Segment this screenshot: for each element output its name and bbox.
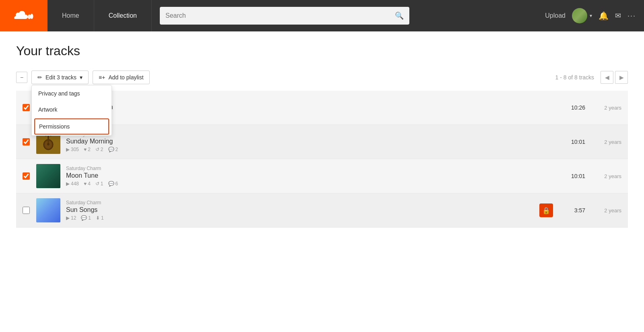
logo[interactable] (0, 0, 47, 31)
search-box: 🔍 (160, 7, 409, 25)
toolbar: − ✏ Edit 3 tracks ▾ ≡+ Add to playlist 1… (16, 71, 628, 84)
track-stat: ↺1 (95, 181, 103, 187)
svg-point-1 (31, 14, 33, 19)
track-stat: ♥4 (84, 181, 91, 187)
track-count: 1 - 8 of 8 tracks (555, 74, 594, 81)
collapse-button[interactable]: − (16, 72, 27, 83)
nav-collection[interactable]: Collection (94, 0, 152, 31)
upload-button[interactable]: Upload (545, 12, 566, 19)
prev-page-button[interactable]: ◀ (601, 71, 613, 84)
edit-tracks-button[interactable]: ✏ Edit 3 tracks ▾ (31, 71, 89, 84)
dropdown-item-permissions[interactable]: Permissions (34, 118, 109, 135)
track-checkbox[interactable] (23, 207, 30, 214)
track-artist: Saturday Charm (66, 166, 565, 171)
track-stat: ♥2 (84, 147, 91, 152)
track-title[interactable]: Sun Songs (66, 206, 539, 214)
edit-dropdown: Privacy and tags Artwork Permissions (31, 85, 112, 136)
nav-home[interactable]: Home (47, 0, 94, 31)
edit-tracks-label: Edit 3 tracks (45, 74, 76, 81)
track-info: Saturday Charm Moon Tune ▶448♥4↺1💬6 (66, 166, 565, 187)
soundcloud-icon (14, 10, 33, 21)
track-duration: 3:57 (565, 207, 585, 214)
svg-rect-4 (47, 135, 49, 143)
track-artist: Saturday Charm (66, 131, 565, 137)
bell-icon[interactable]: 🔔 (599, 11, 609, 21)
add-playlist-label: Add to playlist (108, 74, 143, 81)
search-input[interactable] (165, 12, 395, 19)
track-title[interactable]: Saturday Charm (66, 104, 565, 111)
avatar-area[interactable]: ▾ (572, 8, 592, 23)
header: Home Collection 🔍 Upload ▾ 🔔 ✉ ··· (0, 0, 644, 31)
track-stat: 💬6 (108, 181, 118, 187)
add-to-playlist-button[interactable]: ≡+ Add to playlist (93, 71, 150, 84)
track-info: Saturday Charm Saturday Charm ↺1💬5 (66, 97, 565, 118)
track-stats: ▶12💬1⬇1 (66, 215, 539, 221)
more-options-icon[interactable]: ··· (627, 12, 636, 20)
main-content: Your tracks − ✏ Edit 3 tracks ▾ ≡+ Add t… (0, 31, 644, 240)
pencil-icon: ✏ (37, 74, 42, 81)
svg-point-10 (47, 143, 50, 145)
track-stats: ↺1💬5 (66, 112, 565, 118)
track-checkbox[interactable] (23, 138, 30, 145)
track-stat: 💬1 (81, 215, 91, 221)
track-stat: ▶448 (66, 181, 79, 187)
track-right: 10:01 2 years (565, 139, 621, 145)
track-title[interactable]: Sunday Morning (66, 138, 565, 145)
track-age: 2 years (597, 139, 621, 145)
track-duration: 10:01 (565, 139, 585, 145)
track-row: Saturday Charm Moon Tune ▶448♥4↺1💬6 10:0… (16, 159, 628, 193)
track-right: 🔒 3:57 2 years (539, 203, 621, 217)
track-artist: Saturday Charm (66, 97, 565, 103)
track-artwork (36, 164, 60, 188)
header-right: Upload ▾ 🔔 ✉ ··· (537, 8, 644, 23)
track-info: Saturday Charm Sun Songs ▶12💬1⬇1 (66, 200, 539, 221)
edit-chevron-icon: ▾ (80, 74, 83, 81)
track-stats: ▶448♥4↺1💬6 (66, 181, 565, 187)
track-checkbox[interactable] (23, 172, 30, 180)
playlist-add-icon: ≡+ (99, 74, 105, 81)
track-age: 2 years (597, 105, 621, 111)
track-stat: ⬇1 (96, 215, 104, 221)
track-stat: ▶305 (66, 147, 79, 152)
next-page-button[interactable]: ▶ (615, 71, 628, 84)
track-artwork (36, 198, 60, 222)
track-duration: 10:01 (565, 173, 585, 179)
search-area: 🔍 (152, 7, 537, 25)
track-duration: 10:26 (565, 104, 585, 111)
search-icon: 🔍 (395, 11, 404, 20)
dropdown-item-artwork[interactable]: Artwork (32, 102, 111, 118)
track-stats: ▶305♥2↺2💬2 (66, 147, 565, 152)
page-title: Your tracks (16, 44, 628, 58)
chevron-down-icon: ▾ (590, 13, 592, 19)
lock-badge: 🔒 (539, 203, 553, 217)
mail-icon[interactable]: ✉ (615, 11, 621, 20)
track-row: Saturday Charm Sun Songs ▶12💬1⬇1 🔒 3:57 … (16, 193, 628, 228)
track-stat: 💬2 (108, 147, 118, 152)
track-title[interactable]: Moon Tune (66, 172, 565, 179)
track-checkbox[interactable] (23, 104, 30, 111)
track-age: 2 years (597, 173, 621, 179)
track-age: 2 years (597, 208, 621, 214)
track-artist: Saturday Charm (66, 200, 539, 205)
track-right: 10:01 2 years (565, 173, 621, 179)
pagination: ◀ ▶ (601, 71, 628, 84)
dropdown-item-privacy-tags[interactable]: Privacy and tags (32, 85, 111, 102)
track-info: Saturday Charm Sunday Morning ▶305♥2↺2💬2 (66, 131, 565, 152)
track-stat: ↺2 (95, 147, 103, 152)
track-right: 10:26 2 years (565, 104, 621, 111)
track-stat: ▶12 (66, 215, 76, 221)
avatar (572, 8, 587, 23)
